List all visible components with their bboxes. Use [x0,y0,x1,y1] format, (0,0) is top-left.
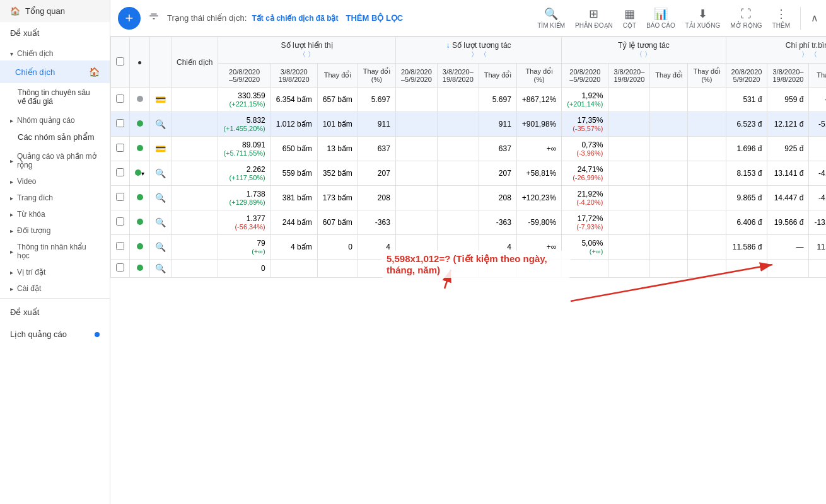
row-cost-d1: 1.696 đ [726,137,767,161]
row-int-d2 [437,186,479,210]
sidebar-group-nhom-qc[interactable]: ▸ Nhóm quảng cáo [0,111,110,127]
row-checkbox[interactable] [116,144,124,152]
row-imp-d3: 101 bấm [317,112,358,137]
row-checkbox-cell [111,186,130,210]
row-checkbox[interactable] [116,193,124,201]
sidebar-item-de-xuat[interactable]: Đề xuất [0,22,110,44]
row-name-cell [172,88,218,112]
more-icon: ⋮ [776,7,787,21]
sidebar-label-de-xuat2: Đề xuất [10,307,39,317]
th-avg-cost: Chi phí tr.bình 〉 〈 [726,37,826,64]
row-rate-d1: 21,92% (-4,20%) [562,186,608,210]
table-row: 💳 89.091 (+5.711,55%) 650 bấm 13 bấm 637… [111,137,827,161]
sidebar-item-lich-qc[interactable]: Lịch quảng cáo [0,323,110,345]
arrow-icon: ▾ [10,50,13,57]
expand-label: MỞ RỘNG [730,22,762,29]
row-checkbox[interactable] [116,168,124,176]
status-dot [137,120,143,127]
sidebar-group-vi-tri[interactable]: ▸ Vị trí đặt [0,263,110,279]
row-rate-d2 [608,260,650,278]
row-cost-change: 771 đ [809,137,826,161]
row-int-pct: +∞ [516,137,561,161]
expand-icon: ⛶ [740,8,752,21]
sidebar-label-chien-dich: Chiến dịch [15,67,55,77]
th-impressions: Số lượt hiển thị 〈 〉 [218,37,396,64]
row-status-cell [130,260,150,278]
add-filter-button[interactable]: THÊM BỘ LỌC [343,13,405,23]
row-cost-d2: 925 đ [767,137,809,161]
download-button[interactable]: ⬇ TẢI XUỐNG [685,7,721,29]
sidebar-group-qc-phan-mo[interactable]: ▸ Quảng cáo và phần mở rộng [0,147,110,172]
sidebar-group-doi-tuong[interactable]: ▸ Đối tượng [0,221,110,238]
more-button[interactable]: ⋮ THÊM [772,7,790,29]
interactions-nav[interactable]: 〉 〈 [471,50,487,58]
home-icon-chien-dich: 🏠 [89,67,100,77]
row-imp-change: 207 [358,161,395,186]
report-icon: 📊 [654,7,668,21]
sidebar-group-trang-dich[interactable]: ▸ Trang đích [0,188,110,205]
segment-button[interactable]: ⊞ PHÂN ĐOẠN [575,7,613,29]
row-status-cell [130,137,150,161]
sidebar-item-cac-nhom[interactable]: Các nhóm sản phẩm [0,127,110,147]
row-checkbox[interactable] [116,217,124,226]
row-checkbox-cell [111,88,130,112]
row-checkbox[interactable] [116,263,124,272]
row-status-cell [130,186,150,210]
columns-icon: ▦ [624,7,635,21]
report-button[interactable]: 📊 BÁO CÁO [646,7,675,29]
sidebar-group-cai-dat[interactable]: ▸ Cài đặt [0,279,110,295]
status-dot [137,145,143,151]
sidebar-group-video[interactable]: ▸ Video [0,172,110,188]
row-name-cell [172,137,218,161]
row-cost-d2: 13.141 đ [767,161,809,186]
row-rate-d2 [608,137,650,161]
imp-sub: (+221,15%) [223,100,265,108]
segment-label: PHÂN ĐOẠN [575,22,613,29]
sidebar-item-tong-quan[interactable]: 🏠 Tổng quan [0,0,110,22]
row-imp-change: 208 [358,186,395,210]
th-type [150,37,172,88]
collapse-button[interactable]: ∧ [811,12,818,24]
avg-cost-nav[interactable]: 〉 〈 [801,50,817,58]
sidebar-group-thong-tin-nhan[interactable]: ▸ Thông tin nhân khẩu học [0,238,110,263]
row-checkbox[interactable] [116,94,124,103]
sidebar-label-nhom-qc: Nhóm quảng cáo [17,116,75,125]
table-row: 🔍 5.832 (+1.455,20%) 1.012 bấm 101 bấm 9… [111,112,827,137]
sidebar-item-thong-tin[interactable]: Thông tin chuyên sâu về đấu giá [0,83,110,111]
select-all-checkbox[interactable] [116,57,124,66]
row-imp-d2: 244 bấm [270,210,317,235]
int-rate-nav[interactable]: 〈 〉 [636,50,651,58]
th-int-pct: Thay đổi(%) [516,64,561,88]
row-cost-d1: 6.406 đ [726,210,767,235]
row-checkbox[interactable] [116,242,124,250]
expand-button[interactable]: ⛶ MỞ RỘNG [730,8,762,29]
arrow-icon-trang: ▸ [10,195,13,202]
add-button[interactable]: + [118,7,141,30]
sidebar-label-nhan: Thông tin nhân khẩu học [17,243,100,260]
columns-button[interactable]: ▦ CỘT [623,7,636,29]
row-checkbox[interactable] [116,119,124,127]
imp-val: 2.262 [247,165,265,174]
row-int-d1 [395,186,437,210]
row-rate-d1: 0,73% (-3,96%) [562,137,608,161]
imp-val: 0 [261,264,265,273]
sidebar-item-chien-dich[interactable]: Chiến dịch 🏠 [0,60,110,83]
status-dot [137,194,143,200]
row-cost-d2: 12.121 đ [767,112,809,137]
row-int-change: 637 [479,137,516,161]
row-int-pct [516,260,561,278]
imp-sub: (+5.711,55%) [223,149,265,157]
search-toolbar-button[interactable]: 🔍 TÌM KIẾM [537,7,565,29]
sidebar-item-de-xuat2[interactable]: Đề xuất [0,301,110,323]
row-rate-change [650,161,688,186]
rate-val: 17,72% [578,214,603,223]
row-cost-d2: 19.566 đ [767,210,809,235]
sidebar-group-tu-khoa[interactable]: ▸ Từ khóa [0,205,110,221]
sidebar-group-chien-dich[interactable]: ▾ Chiến dịch [0,44,110,60]
row-int-change: 4 [479,235,516,260]
filter-button[interactable] [146,8,162,28]
row-cost-change: 11.586 đ [809,235,826,260]
impressions-nav[interactable]: 〈 〉 [299,50,315,58]
th-imp-d1: 20/8/2020–5/9/2020 [218,64,270,88]
dropdown-arrow[interactable]: ▾ [141,170,144,177]
